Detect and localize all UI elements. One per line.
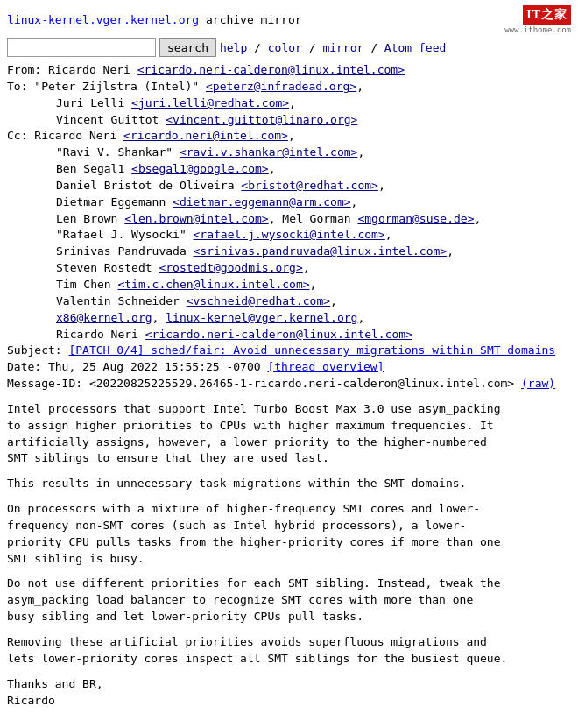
date-label: Date:	[7, 360, 41, 373]
cc-entry-1-line: "Ravi V. Shankar" <ravi.v.shankar@intel.…	[7, 145, 571, 161]
cc-ben-link[interactable]: <bsegal1@google.com>	[131, 162, 269, 175]
nav-sep-1: /	[254, 41, 268, 54]
color-link[interactable]: color	[268, 41, 302, 54]
message-id-value: <20220825225529.26465-1-ricardo.neri-cal…	[89, 377, 514, 390]
from-label: From:	[7, 63, 41, 76]
body-para-3: Do not use different priorities for each…	[7, 576, 571, 626]
cc-entry-1: "Ravi V. Shankar" <ravi.v.shankar@intel.…	[56, 145, 364, 159]
subject-label: Subject:	[7, 343, 62, 357]
nav-links: help / color / mirror / Atom feed	[220, 41, 446, 54]
cc-entry-11-line: x86@kernel.org, linux-kernel@vger.kernel…	[7, 310, 571, 327]
cc-len-link[interactable]: <len.brown@intel.com>	[124, 212, 268, 225]
cc-entry-4-line: Dietmar Eggemann <dietmar.eggemann@arm.c…	[7, 194, 571, 211]
cc-entry-9-line: Tim Chen <tim.c.chen@linux.intel.com>,	[7, 277, 571, 293]
to-entry-1: Juri Lelli <juri.lelli@redhat.com>,	[56, 96, 296, 110]
cc-dietmar-link[interactable]: <dietmar.eggemann@arm.com>	[173, 195, 351, 209]
header-line: linux-kernel.vger.kernel.org archive mir…	[7, 5, 571, 34]
cc-entry-12-line: Ricardo Neri <ricardo.neri-calderon@linu…	[7, 327, 571, 343]
cc-entry-11: x86@kernel.org, linux-kernel@vger.kernel…	[56, 311, 364, 324]
cc-daniel-link[interactable]: <bristot@redhat.com>	[241, 179, 378, 192]
email-body: Intel processors that support Intel Turb…	[7, 401, 571, 710]
cc-entry-6-line: "Rafael J. Wysocki" <rafael.j.wysocki@in…	[7, 227, 571, 244]
cc-entry-0: Ricardo Neri <ricardo.neri@intel.com>,	[34, 129, 294, 142]
cc-entry-2: Ben Segal1 <bsegal1@google.com>,	[56, 162, 275, 175]
logo-sub-text: www.ithome.com	[504, 25, 571, 34]
body-para-2: On processors with a mixture of higher-f…	[7, 501, 571, 567]
cc-label: Cc:	[7, 129, 27, 142]
cc-entry-3-line: Daniel Bristot de Oliveira <bristot@redh…	[7, 178, 571, 194]
raw-link[interactable]: (raw)	[521, 377, 555, 390]
site-title-link[interactable]: linux-kernel.vger.kernel.org	[7, 13, 199, 26]
to-juri-link[interactable]: <juri.lelli@redhat.com>	[131, 96, 289, 110]
cc-entry-10: Valentin Schneider <vschneid@redhat.com>…	[56, 294, 337, 307]
to-line: To: "Peter Zijlstra (Intel)" <peterz@inf…	[7, 79, 571, 95]
to-entry-2: Vincent Guittot <vincent.guittot@linaro.…	[56, 113, 357, 126]
date-value: Thu, 25 Aug 2022 15:55:25 -0700	[48, 360, 261, 373]
to-entry-2-line: Vincent Guittot <vincent.guittot@linaro.…	[7, 112, 571, 129]
cc-entry-3: Daniel Bristot de Oliveira <bristot@redh…	[56, 179, 385, 192]
message-id-label: Message-ID:	[7, 377, 82, 390]
cc-line: Cc: Ricardo Neri <ricardo.neri@intel.com…	[7, 128, 571, 145]
body-para-4: Removing these artificial priorities avo…	[7, 634, 571, 668]
site-title-area: linux-kernel.vger.kernel.org archive mir…	[7, 13, 302, 26]
cc-mel-link[interactable]: <mgorman@suse.de>	[357, 212, 474, 225]
subject-line: Subject: [PATCH 0/4] sched/fair: Avoid u…	[7, 343, 571, 359]
search-bar: search help / color / mirror / Atom feed	[7, 38, 571, 57]
email-headers: From: Ricardo Neri <ricardo.neri-caldero…	[7, 62, 571, 392]
cc-entry-8-line: Steven Rostedt <rostedt@goodmis.org>,	[7, 260, 571, 277]
body-para-0: Intel processors that support Intel Turb…	[7, 401, 571, 467]
to-entry-1-line: Juri Lelli <juri.lelli@redhat.com>,	[7, 95, 571, 112]
help-link[interactable]: help	[220, 41, 247, 54]
nav-sep-3: /	[370, 41, 384, 54]
nav-sep-2: /	[309, 41, 323, 54]
body-para-5: Thanks and BR, Ricardo	[7, 676, 571, 710]
to-label: To:	[7, 80, 27, 93]
cc-entry-9: Tim Chen <tim.c.chen@linux.intel.com>,	[56, 278, 316, 291]
atom-link[interactable]: Atom feed	[384, 41, 446, 54]
archive-text: archive mirror	[199, 13, 301, 26]
cc-ricardo1-link[interactable]: <ricardo.neri@intel.com>	[123, 129, 288, 142]
subject-link[interactable]: [PATCH 0/4] sched/fair: Avoid unnecessar…	[68, 343, 555, 357]
from-line: From: Ricardo Neri <ricardo.neri-caldero…	[7, 62, 571, 79]
cc-srinivas-link[interactable]: <srinivas.pandruvada@linux.intel.com>	[194, 244, 448, 258]
search-button[interactable]: search	[159, 38, 216, 57]
cc-tim-link[interactable]: <tim.c.chen@linux.intel.com>	[117, 278, 309, 291]
mirror-link[interactable]: mirror	[322, 41, 363, 54]
logo-icon: IT之家	[523, 5, 571, 25]
cc-ricardo2-link[interactable]: <ricardo.neri-calderon@linux.intel.com>	[145, 328, 412, 341]
to-vincent-link[interactable]: <vincent.guittot@linaro.org>	[166, 113, 357, 126]
to-peterz-link[interactable]: <peterz@infradead.org>	[206, 80, 356, 93]
cc-valentin-link[interactable]: <vschneid@redhat.com>	[187, 294, 330, 307]
cc-entry-6: "Rafael J. Wysocki" <rafael.j.wysocki@in…	[56, 228, 392, 241]
cc-entry-10-line: Valentin Schneider <vschneid@redhat.com>…	[7, 293, 571, 310]
search-input[interactable]	[7, 38, 156, 57]
site-title: linux-kernel.vger.kernel.org archive mir…	[7, 13, 302, 26]
from-name: Ricardo Neri	[48, 63, 130, 76]
cc-rafael-link[interactable]: <rafael.j.wysocki@intel.com>	[194, 228, 385, 241]
cc-entry-7-line: Srinivas Pandruvada <srinivas.pandruvada…	[7, 244, 571, 260]
logo-row: IT之家	[523, 5, 571, 25]
message-id-line: Message-ID: <20220825225529.26465-1-rica…	[7, 376, 571, 392]
cc-steven-link[interactable]: <rostedt@goodmis.org>	[159, 261, 302, 274]
cc-lkml-link[interactable]: linux-kernel@vger.kernel.org	[166, 311, 357, 324]
date-line: Date: Thu, 25 Aug 2022 15:55:25 -0700 [t…	[7, 359, 571, 376]
cc-entry-12: Ricardo Neri <ricardo.neri-calderon@linu…	[56, 328, 412, 341]
to-entry-0: "Peter Zijlstra (Intel)" <peterz@infrade…	[34, 80, 363, 93]
cc-entry-4: Dietmar Eggemann <dietmar.eggemann@arm.c…	[56, 195, 357, 209]
cc-entry-8: Steven Rostedt <rostedt@goodmis.org>,	[56, 261, 310, 274]
cc-entry-7: Srinivas Pandruvada <srinivas.pandruvada…	[56, 244, 454, 258]
logo-area: IT之家 www.ithome.com	[504, 5, 571, 34]
body-para-1: This results in unnecessary task migrati…	[7, 476, 571, 492]
from-email[interactable]: <ricardo.neri-calderon@linux.intel.com>	[137, 63, 405, 76]
thread-overview-link[interactable]: [thread overview]	[267, 360, 384, 373]
cc-x86-link[interactable]: x86@kernel.org	[56, 311, 152, 324]
cc-entry-5-line: Len Brown <len.brown@intel.com>, Mel Gor…	[7, 211, 571, 228]
cc-entry-2-line: Ben Segal1 <bsegal1@google.com>,	[7, 161, 571, 178]
cc-ravi-link[interactable]: <ravi.v.shankar@intel.com>	[180, 145, 358, 159]
cc-entry-5: Len Brown <len.brown@intel.com>, Mel Gor…	[56, 212, 481, 225]
